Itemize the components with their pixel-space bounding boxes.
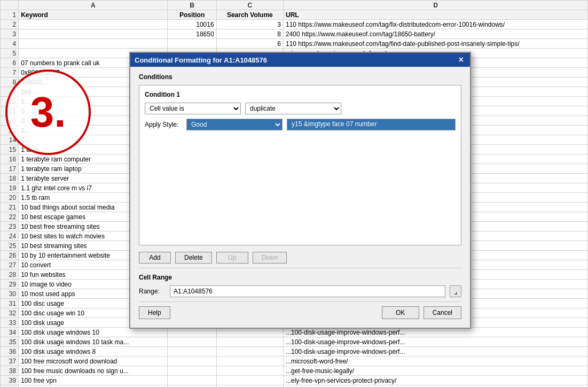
up-button[interactable]: Up [216, 252, 248, 264]
table-row: 31865082400 https://www.makeuseof.com/ta… [1, 29, 588, 39]
row-number: 39 [1, 376, 19, 385]
cell-a[interactable]: 100 disk usage windows 8 [19, 347, 168, 357]
style-preview: y15 &imgtype face 07 number [287, 119, 456, 130]
cell-b[interactable] [168, 39, 216, 49]
cell-b[interactable] [168, 366, 216, 376]
col-header-a[interactable]: A [19, 1, 168, 10]
table-row: 35100 disk usage windows 10 task ma.....… [1, 337, 588, 347]
cell-b[interactable]: 5 [168, 385, 216, 388]
row-number: 8 [1, 78, 19, 87]
delete-button[interactable]: Delete [175, 252, 212, 264]
col-header-b[interactable]: B [168, 1, 216, 10]
cell-a[interactable] [19, 39, 168, 49]
row-number: 35 [1, 337, 19, 347]
cell-d[interactable]: ...100-disk-usage-improve-windows-perf..… [284, 337, 588, 347]
column-header-row: A B C D [1, 1, 588, 10]
cell-a[interactable]: 100 free vpn [19, 376, 168, 385]
col-header-d[interactable]: D [284, 1, 588, 10]
cell-d[interactable]: 2400 https://www.makeuseof.com/tag/18650… [284, 29, 588, 39]
ok-button[interactable]: OK [382, 306, 419, 319]
down-button[interactable]: Down [253, 252, 287, 264]
row-number: 2 [1, 20, 19, 29]
table-row: 2100163110 https://www.makeuseof.com/tag… [1, 20, 588, 29]
row-number: 21 [1, 203, 19, 212]
row-number: 34 [1, 328, 19, 337]
cell-c[interactable] [216, 357, 283, 366]
cell-b[interactable] [168, 347, 216, 357]
cell-b[interactable] [168, 328, 216, 337]
cell-d[interactable]: URL [284, 10, 588, 20]
corner-cell [1, 1, 19, 10]
cell-d[interactable]: ...100-disk-usage-improve-windows-perf..… [284, 347, 588, 357]
row-number: 6 [1, 58, 19, 68]
dialog-close-button[interactable]: × [457, 55, 466, 65]
cell-d[interactable]: 90 https://www.makeuseof.com/tag/12-surp… [284, 385, 588, 388]
cell-b[interactable]: 18650 [168, 29, 216, 39]
spreadsheet: A B C D 1KeywordPositionSearch VolumeURL… [0, 0, 588, 387]
row-number: 38 [1, 366, 19, 376]
cell-a[interactable]: 100 disk usage windows 10 task ma... [19, 337, 168, 347]
cell-c[interactable]: 3 [216, 20, 283, 29]
add-button[interactable]: Add [139, 252, 171, 264]
col-header-c[interactable]: C [216, 1, 283, 10]
row-number: 1 [1, 10, 19, 20]
cell-c[interactable]: Search Volume [216, 10, 283, 20]
cell-value-row: Cell value is duplicate [145, 103, 456, 114]
range-row: Range: ⌟ [139, 285, 461, 297]
range-input[interactable] [170, 285, 445, 297]
dialog-title: Conditional Formatting for A1:A1048576 [135, 56, 267, 64]
shrink-range-button[interactable]: ⌟ [450, 285, 461, 297]
cell-d[interactable]: ...100-disk-usage-improve-windows-perf..… [284, 328, 588, 337]
row-number: 30 [1, 289, 19, 299]
cell-a[interactable]: 100 free microsoft word download [19, 357, 168, 366]
table-row: 40100 on snapchat590 https://www.makeuse… [1, 385, 588, 388]
apply-style-row: Apply Style: Good y15 &imgtype face 07 n… [145, 119, 456, 130]
row-number: 7 [1, 68, 19, 78]
row-number: 40 [1, 385, 19, 388]
cell-c[interactable] [216, 337, 283, 347]
row-number: 27 [1, 260, 19, 270]
cell-b[interactable] [168, 357, 216, 366]
cell-value-select[interactable]: Cell value is [145, 103, 241, 114]
row-number: 24 [1, 231, 19, 241]
style-select[interactable]: Good [186, 119, 283, 130]
dialog-footer: Help OK Cancel [139, 301, 461, 321]
cell-c[interactable] [216, 328, 283, 337]
cell-a[interactable] [19, 20, 168, 29]
cell-b[interactable]: Position [168, 10, 216, 20]
cell-a[interactable]: 100 on snapchat [19, 385, 168, 388]
cell-d[interactable]: ...ely-free-vpn-services-protect-privacy… [284, 376, 588, 385]
row-number: 5 [1, 49, 19, 58]
row-number: 32 [1, 308, 19, 318]
row-number: 9 [1, 87, 19, 97]
cell-d[interactable]: 110 https://www.makeuseof.com/tag/fix-di… [284, 20, 588, 29]
cell-c[interactable] [216, 347, 283, 357]
cell-a[interactable]: 100 free music downloads no sign u... [19, 366, 168, 376]
cell-a[interactable]: Keyword [19, 10, 168, 20]
cell-c[interactable]: 8 [216, 29, 283, 39]
row-number: 36 [1, 347, 19, 357]
conditional-formatting-dialog[interactable]: Conditional Formatting for A1:A1048576 ×… [129, 52, 471, 329]
dialog-titlebar: Conditional Formatting for A1:A1048576 × [130, 53, 470, 67]
cell-d[interactable]: ...get-free-music-legally/ [284, 366, 588, 376]
cell-b[interactable] [168, 337, 216, 347]
row-number: 20 [1, 193, 19, 203]
cell-d[interactable]: ...microsoft-word-free/ [284, 357, 588, 366]
row-number: 28 [1, 270, 19, 280]
row-number: 13 [1, 126, 19, 135]
help-button[interactable]: Help [139, 306, 170, 319]
cell-b[interactable]: 10016 [168, 20, 216, 29]
cell-a[interactable]: 100 disk usage windows 10 [19, 328, 168, 337]
condition1-header: Condition 1 [145, 91, 456, 98]
cell-c[interactable]: 6 [216, 39, 283, 49]
cell-b[interactable] [168, 376, 216, 385]
cell-c[interactable] [216, 376, 283, 385]
cell-a[interactable] [19, 29, 168, 39]
conditions-area: Condition 1 Cell value is duplicate Appl… [139, 85, 461, 245]
cell-c[interactable] [216, 366, 283, 376]
cell-d[interactable]: 110 https://www.makeuseof.com/tag/find-d… [284, 39, 588, 49]
duplicate-select[interactable]: duplicate [245, 103, 341, 114]
row-number: 23 [1, 222, 19, 231]
cancel-button[interactable]: Cancel [424, 306, 461, 319]
cell-c[interactable] [216, 385, 283, 388]
